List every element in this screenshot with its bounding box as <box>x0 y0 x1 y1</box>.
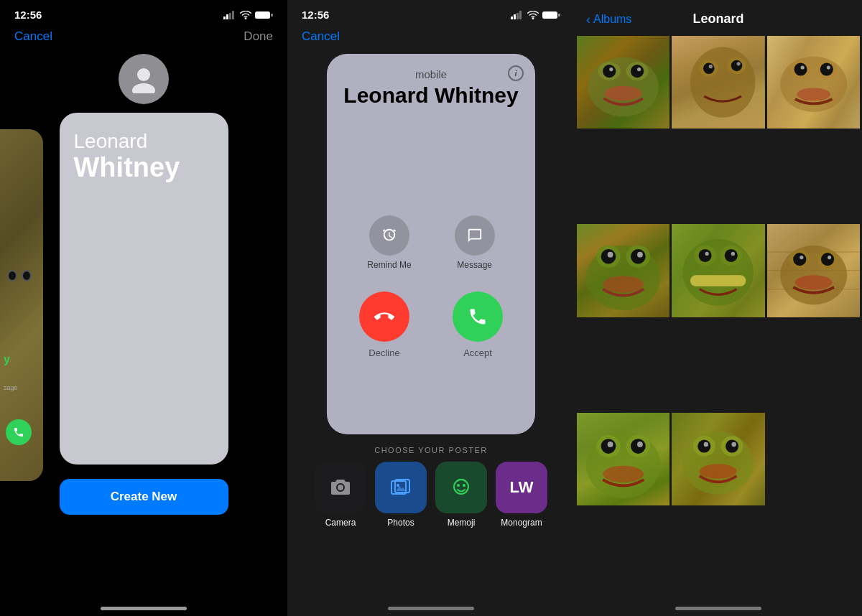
albums-link: Albums <box>593 13 631 26</box>
frog-photo-7 <box>577 413 669 505</box>
frog-photo-1 <box>577 36 669 129</box>
svg-point-27 <box>605 86 642 101</box>
decline-button[interactable] <box>359 291 409 342</box>
photo-cell-4[interactable] <box>577 224 669 317</box>
page-title: Leonard <box>692 11 743 27</box>
photo-cell-2[interactable] <box>672 36 764 129</box>
photo-cell-1[interactable] <box>577 36 669 129</box>
poster-camera-option[interactable]: Camera <box>315 462 366 528</box>
battery-icon-mid <box>542 11 560 19</box>
svg-point-24 <box>631 65 644 78</box>
call-card: i mobile Leonard Whitney Remind Me <box>327 54 535 434</box>
svg-point-34 <box>709 65 713 68</box>
create-new-button[interactable]: Create New <box>60 479 228 515</box>
info-button[interactable]: i <box>508 65 524 81</box>
svg-point-25 <box>609 67 613 71</box>
svg-point-50 <box>608 252 613 258</box>
decline-btn-wrap: Decline <box>359 291 409 358</box>
frog-photo-3 <box>767 36 860 129</box>
remind-me-circle <box>369 215 409 256</box>
svg-rect-4 <box>255 11 270 19</box>
status-bar-left: 12:56 <box>0 0 287 27</box>
svg-point-51 <box>637 252 643 258</box>
photo-cell-8[interactable] <box>672 413 764 505</box>
frog-photo-8 <box>672 413 764 505</box>
time-left: 12:56 <box>14 9 42 21</box>
svg-point-19 <box>463 484 465 487</box>
signal-icon <box>223 11 236 19</box>
svg-rect-13 <box>558 14 560 17</box>
svg-rect-12 <box>542 11 557 19</box>
memoji-icon <box>450 477 472 498</box>
svg-rect-3 <box>232 11 234 19</box>
svg-point-7 <box>132 83 155 93</box>
choose-poster-label: CHOOSE YOUR POSTER <box>374 446 488 454</box>
svg-point-6 <box>137 68 150 81</box>
peek-green-button <box>6 419 32 445</box>
svg-point-18 <box>457 484 460 487</box>
memoji-icon-box <box>435 462 487 513</box>
monogram-label: Monogram <box>501 518 542 528</box>
remind-me-action[interactable]: Remind Me <box>367 215 411 270</box>
message-action[interactable]: Message <box>455 215 495 270</box>
call-actions: Remind Me Message <box>367 215 494 270</box>
poster-photos-option[interactable]: Photos <box>375 462 427 528</box>
call-buttons: Decline Accept <box>359 291 503 358</box>
photo-cell-6[interactable] <box>767 224 860 317</box>
photo-cell-5[interactable] <box>672 224 764 317</box>
photos-icon-box <box>375 462 427 513</box>
svg-point-66 <box>793 253 806 266</box>
alarm-icon <box>381 228 397 243</box>
svg-rect-9 <box>514 14 516 19</box>
svg-rect-11 <box>519 11 522 19</box>
accept-phone-icon <box>468 307 488 327</box>
svg-point-43 <box>826 65 830 69</box>
svg-point-44 <box>797 88 830 101</box>
svg-point-26 <box>637 67 641 71</box>
svg-point-77 <box>637 442 643 447</box>
wifi-icon <box>240 11 251 19</box>
contact-name-area: Leonard Whitney <box>60 113 228 183</box>
monogram-initials: LW <box>510 478 534 497</box>
status-icons-mid <box>511 11 560 19</box>
poster-memoji-option[interactable]: Memoji <box>435 462 487 528</box>
back-button[interactable]: ‹ Albums <box>586 13 631 26</box>
accept-button[interactable] <box>453 291 503 342</box>
avatar <box>119 54 169 104</box>
memoji-label: Memoji <box>448 518 476 528</box>
contact-card: Leonard Whitney <box>60 113 228 465</box>
svg-point-68 <box>800 256 803 259</box>
done-button-left[interactable]: Done <box>244 29 273 44</box>
contact-last-name: Whitney <box>74 153 214 183</box>
frog-photo-4 <box>577 224 669 317</box>
svg-point-79 <box>683 431 754 495</box>
middle-panel: 12:56 Cancel i mobile <box>287 0 575 616</box>
camera-icon-box <box>315 462 366 513</box>
svg-rect-10 <box>516 13 519 19</box>
svg-point-16 <box>397 484 399 487</box>
cancel-button-mid[interactable]: Cancel <box>302 29 340 44</box>
cancel-button-left[interactable]: Cancel <box>14 29 52 44</box>
home-indicator-left <box>101 607 187 610</box>
photo-cell-7[interactable] <box>577 413 669 505</box>
svg-point-32 <box>703 63 715 75</box>
wifi-icon-mid <box>527 11 539 19</box>
svg-point-69 <box>828 256 831 259</box>
peeking-card: y sage <box>0 129 43 481</box>
poster-monogram-option[interactable]: LW Monogram <box>496 462 547 528</box>
right-header: ‹ Albums Leonard <box>575 0 862 34</box>
svg-point-76 <box>608 442 613 447</box>
accept-label: Accept <box>463 347 492 358</box>
svg-point-86 <box>700 464 737 479</box>
photo-cell-3[interactable] <box>767 36 860 129</box>
svg-rect-1 <box>226 14 228 19</box>
decline-label: Decline <box>369 347 399 358</box>
svg-point-67 <box>821 253 834 266</box>
svg-point-29 <box>690 47 756 118</box>
decline-phone-icon <box>374 307 394 327</box>
svg-point-33 <box>731 60 743 72</box>
peek-text-y: y <box>4 353 10 366</box>
frog-photo-6 <box>767 224 860 317</box>
message-icon <box>467 228 483 243</box>
svg-rect-0 <box>223 17 226 19</box>
